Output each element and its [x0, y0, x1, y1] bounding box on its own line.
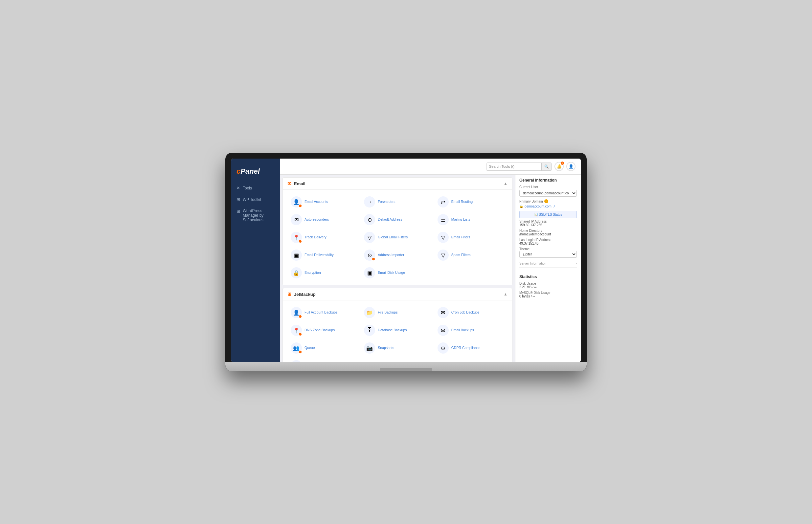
email-accounts-dot: [298, 204, 302, 208]
tool-item-settings[interactable]: ⚙Settings: [288, 358, 361, 362]
tool-item-autoresponders[interactable]: ✉Autoresponders: [288, 211, 361, 228]
general-info-section: General Information Current User demoacc…: [515, 175, 581, 271]
screen: cPanel ✕ Tools ⊞ WP Toolkit ⊞ WordPress …: [231, 159, 581, 362]
tool-item-email-backups[interactable]: ✉Email Backups: [434, 322, 507, 339]
info-icon: i: [544, 199, 548, 203]
tool-item-email-disk-usage[interactable]: ▣Email Disk Usage: [361, 265, 434, 281]
user-button[interactable]: 👤: [566, 162, 575, 171]
tool-item-cron-job-backups[interactable]: ✉Cron Job Backups: [434, 304, 507, 321]
email-panel-title-label: Email: [294, 181, 306, 186]
tool-item-global-email-filters[interactable]: ▽Global Email Filters: [361, 229, 434, 246]
ssl-btn-label: SSL/TLS Status: [539, 213, 562, 216]
queue-icon-wrapper: 👥: [291, 342, 302, 354]
default-address-label: Default Address: [378, 217, 402, 222]
tool-item-database-backups[interactable]: 🗄Database Backups: [361, 322, 434, 339]
default-address-icon: ⊙: [368, 217, 372, 223]
last-login-value: 49.37.151.45: [519, 242, 577, 245]
sidebar-item-wp-toolkit[interactable]: ⊞ WP Toolkit: [231, 194, 280, 205]
tool-item-email-deliverability[interactable]: ▣Email Deliverability: [288, 247, 361, 263]
home-dir-label: Home Directory: [519, 229, 577, 232]
forwarders-label: Forwarders: [378, 200, 395, 204]
server-info-label: Server Information: [519, 262, 546, 265]
tool-item-email-accounts[interactable]: 👤Email Accounts: [288, 194, 361, 210]
lock-icon: 🔒: [519, 204, 523, 208]
email-panel-title: ✉ Email: [288, 181, 306, 186]
mailing-lists-icon-wrapper: ☰: [438, 214, 449, 225]
queue-icon: 👥: [293, 345, 299, 351]
cpanel-logo: cPanel: [231, 164, 280, 182]
domain-link[interactable]: 🔒 demoaccount.com ↗: [519, 204, 577, 208]
jetbackup-panel-toggle[interactable]: ▲: [504, 292, 507, 296]
main-content: 🔍 🔔 1 👤 ✉ Email: [280, 159, 581, 362]
jetbackup-panel-title-label: JetBackup: [294, 292, 316, 297]
file-backups-icon: 📁: [366, 310, 373, 316]
queue-label: Queue: [305, 346, 315, 350]
snapshots-icon: 📷: [366, 345, 373, 351]
email-panel: ✉ Email ▲ 👤Email Accounts→Forwarders⇄Ema…: [282, 177, 513, 285]
track-delivery-label: Track Delivery: [305, 235, 326, 240]
email-accounts-label: Email Accounts: [305, 200, 328, 204]
tool-item-dns-zone-backups[interactable]: 📍DNS Zone Backups: [288, 322, 361, 339]
email-backups-icon: ✉: [441, 327, 445, 333]
sidebar-item-wordpress-manager[interactable]: ⊞ WordPress Manager by Softaculous: [231, 205, 280, 226]
spam-filters-icon: ▽: [441, 252, 445, 258]
tool-item-full-account-backups[interactable]: 👤Full Account Backups: [288, 304, 361, 321]
email-disk-usage-label: Email Disk Usage: [378, 271, 405, 275]
tool-item-email-routing[interactable]: ⇄Email Routing: [434, 194, 507, 210]
mailing-lists-icon: ☰: [441, 217, 445, 223]
dns-zone-backups-label: DNS Zone Backups: [305, 328, 335, 332]
search-input[interactable]: [486, 163, 541, 170]
current-user-select[interactable]: demoaccount (demoaccount.com): [519, 190, 577, 197]
tool-item-track-delivery[interactable]: 📍Track Delivery: [288, 229, 361, 246]
global-email-filters-icon-wrapper: ▽: [364, 232, 375, 243]
laptop-base: [225, 362, 587, 371]
tool-item-address-importer[interactable]: ⊙Address Importer: [361, 247, 434, 263]
tool-item-queue[interactable]: 👥Queue: [288, 340, 361, 356]
sidebar-item-tools[interactable]: ✕ Tools: [231, 182, 280, 194]
tool-item-spam-filters[interactable]: ▽Spam Filters: [434, 247, 507, 263]
notification-button[interactable]: 🔔 1: [554, 162, 564, 171]
jetbackup-panel-header[interactable]: ⊞ JetBackup ▲: [283, 288, 512, 300]
email-disk-usage-icon: ▣: [367, 270, 372, 276]
track-delivery-icon: 📍: [293, 234, 299, 241]
tool-item-snapshots[interactable]: 📷Snapshots: [361, 340, 434, 356]
forwarders-icon-wrapper: →: [364, 196, 375, 208]
database-backups-icon-wrapper: 🗄: [364, 325, 375, 336]
tool-item-mailing-lists[interactable]: ☰Mailing Lists: [434, 211, 507, 228]
spam-filters-label: Spam Filters: [451, 253, 471, 257]
email-filters-icon: ▽: [441, 234, 445, 241]
forwarders-icon: →: [367, 199, 372, 205]
snapshots-label: Snapshots: [378, 346, 394, 350]
email-deliverability-icon-wrapper: ▣: [291, 249, 302, 261]
global-email-filters-label: Global Email Filters: [378, 235, 408, 240]
email-panel-header[interactable]: ✉ Email ▲: [283, 178, 512, 190]
autoresponders-icon: ✉: [294, 217, 298, 223]
header: 🔍 🔔 1 👤: [280, 159, 581, 175]
tool-item-encryption[interactable]: 🔒Encryption: [288, 265, 361, 281]
right-sidebar: General Information Current User demoacc…: [515, 175, 581, 362]
tool-item-default-address[interactable]: ⊙Default Address: [361, 211, 434, 228]
jetbackup-icon: ⊞: [288, 292, 291, 297]
tool-item-email-filters[interactable]: ▽Email Filters: [434, 229, 507, 246]
server-info-row[interactable]: Server Information ›: [519, 260, 577, 267]
email-routing-icon: ⇄: [441, 199, 445, 205]
dns-zone-backups-icon-wrapper: 📍: [291, 325, 302, 336]
wp-toolkit-icon: ⊞: [237, 197, 240, 202]
search-button[interactable]: 🔍: [541, 163, 552, 170]
shared-ip-row: Shared IP Address 159.69.137.235: [519, 220, 577, 227]
autoresponders-label: Autoresponders: [305, 217, 329, 222]
ssl-tls-button[interactable]: 📊 SSL/TLS Status: [519, 211, 577, 218]
tool-item-file-backups[interactable]: 📁File Backups: [361, 304, 434, 321]
tool-item-gdpr-compliance[interactable]: ⊙GDPR Compliance: [434, 340, 507, 356]
external-link-icon: ↗: [553, 204, 555, 208]
email-routing-label: Email Routing: [451, 200, 473, 204]
tool-item-forwarders[interactable]: →Forwarders: [361, 194, 434, 210]
sidebar-item-tools-label: Tools: [243, 186, 252, 191]
theme-select[interactable]: jupiter: [519, 251, 577, 258]
home-dir-value: /home2/demoaccount: [519, 232, 577, 236]
notification-badge: 1: [561, 162, 564, 165]
current-user-label: Current User: [519, 185, 577, 189]
email-backups-label: Email Backups: [451, 328, 474, 332]
email-panel-toggle[interactable]: ▲: [504, 181, 507, 186]
email-accounts-icon-wrapper: 👤: [291, 196, 302, 208]
